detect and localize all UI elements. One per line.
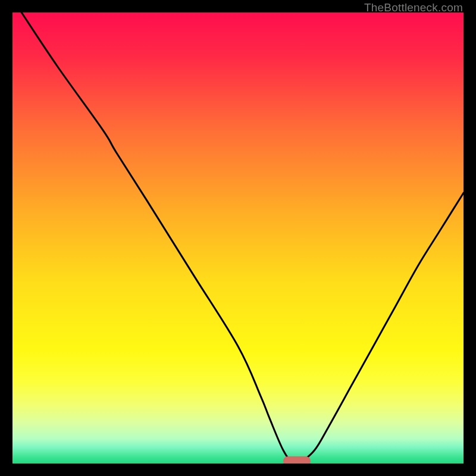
background-gradient [12, 12, 464, 464]
plot-area [12, 12, 464, 464]
chart-frame: TheBottleneck.com [0, 0, 476, 476]
optimal-marker [283, 456, 311, 464]
svg-rect-0 [12, 12, 464, 464]
